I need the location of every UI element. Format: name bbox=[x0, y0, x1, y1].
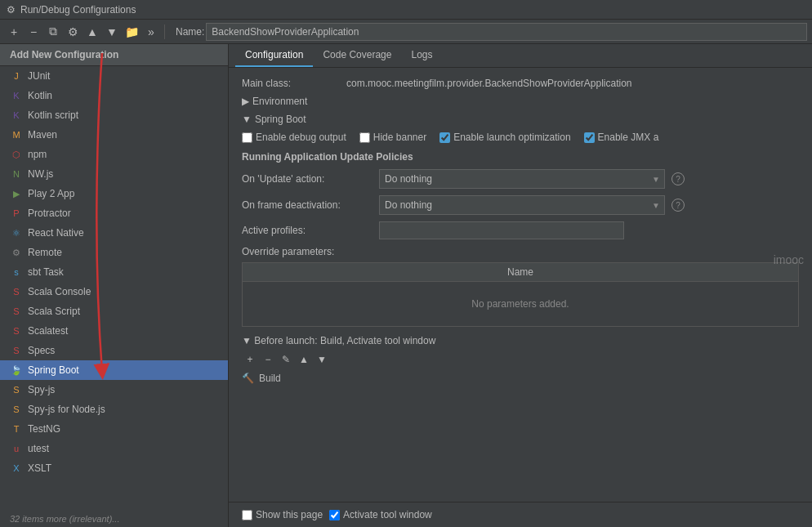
on-update-help[interactable]: ? bbox=[671, 172, 685, 185]
config-name-input[interactable] bbox=[206, 23, 807, 41]
move-up-button[interactable]: ▲ bbox=[83, 23, 101, 41]
more-button[interactable]: » bbox=[142, 23, 160, 41]
sidebar-item-scalatest[interactable]: S Scalatest bbox=[0, 321, 228, 341]
add-config-header: Add New Configuration bbox=[0, 44, 228, 66]
sidebar-item-nwjs[interactable]: N NW.js bbox=[0, 164, 228, 184]
sidebar-icon-react-native: ⚛ bbox=[10, 226, 23, 239]
before-launch-down[interactable]: ▼ bbox=[314, 351, 330, 368]
sidebar-icon-testng: T bbox=[10, 422, 23, 435]
before-launch-section: ▼ Before launch: Build, Activate tool wi… bbox=[242, 335, 799, 384]
checkbox-input-launch-optimization[interactable] bbox=[439, 132, 450, 143]
checkbox-enable-jmx[interactable]: Enable JMX a bbox=[584, 132, 659, 143]
toolbar: + − ⧉ ⚙ ▲ ▼ 📁 » Name: bbox=[0, 20, 812, 44]
bottom-bar: Show this page Activate tool window bbox=[229, 502, 812, 527]
before-launch-header[interactable]: ▼ Before launch: Build, Activate tool wi… bbox=[242, 335, 799, 346]
sidebar-item-utest[interactable]: u utest bbox=[0, 439, 228, 458]
toolbar-separator bbox=[164, 25, 165, 39]
sidebar-icon-kotlin: K bbox=[10, 89, 23, 102]
sidebar-item-specs[interactable]: S Specs bbox=[0, 341, 228, 360]
sidebar-item-protractor[interactable]: P Protractor bbox=[0, 203, 228, 223]
sidebar-item-play2[interactable]: ▶ Play 2 App bbox=[0, 184, 228, 203]
sidebar-more-items: 32 items more (irrelevant)... bbox=[0, 511, 228, 527]
title-bar: ⚙ Run/Debug Configurations bbox=[0, 0, 812, 20]
window-title: Run/Debug Configurations bbox=[20, 4, 136, 16]
sidebar-item-sbt-task[interactable]: s sbt Task bbox=[0, 262, 228, 282]
window-icon: ⚙ bbox=[7, 4, 16, 16]
spring-boot-section: ▼ Spring Boot Enable debug outputHide ba… bbox=[242, 114, 799, 327]
show-page-checkbox-label[interactable]: Show this page bbox=[242, 509, 323, 520]
sidebar-icon-scalatest: S bbox=[10, 324, 23, 337]
sidebar-label-react-native: React Native bbox=[28, 227, 84, 239]
before-launch-up[interactable]: ▲ bbox=[296, 351, 312, 368]
checkbox-hide-banner[interactable]: Hide banner bbox=[359, 132, 426, 143]
sidebar-item-npm[interactable]: ⬡ npm bbox=[0, 145, 228, 164]
sidebar-label-spy-js-node: Spy-js for Node.js bbox=[28, 404, 105, 415]
sidebar-item-testng[interactable]: T TestNG bbox=[0, 419, 228, 439]
add-config-button[interactable]: + bbox=[5, 23, 23, 41]
sidebar-item-kotlin-script[interactable]: K Kotlin script bbox=[0, 105, 228, 125]
sidebar-label-kotlin-script: Kotlin script bbox=[28, 109, 78, 121]
remove-config-button[interactable]: − bbox=[25, 23, 42, 41]
sidebar-icon-play2: ▶ bbox=[10, 187, 23, 200]
tab-configuration[interactable]: Configuration bbox=[235, 44, 313, 67]
sidebar-label-sbt-task: sbt Task bbox=[28, 266, 64, 278]
sidebar-label-protractor: Protractor bbox=[28, 208, 71, 219]
sidebar-item-spring-boot[interactable]: 🍃 Spring Boot bbox=[0, 360, 228, 380]
checkbox-debug-output[interactable]: Enable debug output bbox=[242, 132, 346, 143]
sidebar-item-maven[interactable]: M Maven bbox=[0, 125, 228, 145]
spring-boot-checkboxes: Enable debug outputHide bannerEnable lau… bbox=[242, 132, 799, 143]
activate-checkbox-label[interactable]: Activate tool window bbox=[329, 509, 432, 520]
params-empty-message: No parameters added. bbox=[243, 282, 799, 327]
checkbox-input-debug-output[interactable] bbox=[242, 132, 252, 143]
sidebar-item-junit[interactable]: J JUnit bbox=[0, 66, 228, 86]
on-frame-row: On frame deactivation: Do nothingUpdate … bbox=[242, 195, 799, 215]
environment-section[interactable]: ▶ Environment bbox=[242, 96, 799, 107]
right-panel: ConfigurationCode CoverageLogs Main clas… bbox=[229, 44, 812, 527]
running-policies-title: Running Application Update Policies bbox=[242, 151, 799, 163]
override-section: Override parameters: Name No parameters … bbox=[242, 246, 799, 327]
on-frame-select[interactable]: Do nothingUpdate classes and resourcesUp… bbox=[379, 195, 665, 215]
before-launch-remove[interactable]: − bbox=[260, 351, 276, 368]
sidebar-icon-remote: ⚙ bbox=[10, 246, 23, 259]
sidebar-item-spy-js-node[interactable]: S Spy-js for Node.js bbox=[0, 400, 228, 419]
environment-label: Environment bbox=[252, 96, 307, 107]
sidebar-icon-spring-boot: 🍃 bbox=[10, 364, 23, 377]
sidebar-item-kotlin[interactable]: K Kotlin bbox=[0, 86, 228, 105]
on-frame-label: On frame deactivation: bbox=[242, 199, 373, 211]
before-launch-edit[interactable]: ✎ bbox=[278, 351, 294, 368]
checkbox-launch-optimization[interactable]: Enable launch optimization bbox=[439, 132, 570, 143]
environment-arrow: ▶ bbox=[242, 96, 249, 107]
checkbox-input-hide-banner[interactable] bbox=[359, 132, 370, 143]
sidebar-item-scala-console[interactable]: S Scala Console bbox=[0, 282, 228, 301]
sidebar-item-spy-js[interactable]: S Spy-js bbox=[0, 380, 228, 400]
sidebar-item-react-native[interactable]: ⚛ React Native bbox=[0, 223, 228, 243]
tab-code-coverage[interactable]: Code Coverage bbox=[313, 44, 401, 67]
sidebar-label-specs: Specs bbox=[28, 345, 55, 356]
before-launch-add[interactable]: + bbox=[242, 351, 258, 368]
sidebar-label-utest: utest bbox=[28, 443, 49, 454]
before-launch-label: ▼ Before launch: Build, Activate tool wi… bbox=[242, 335, 435, 346]
active-profiles-input[interactable] bbox=[379, 221, 624, 239]
sidebar-item-remote[interactable]: ⚙ Remote bbox=[0, 243, 228, 262]
activate-checkbox[interactable] bbox=[329, 510, 340, 520]
panel-content: Main class: com.mooc.meetingfilm.provide… bbox=[229, 68, 812, 502]
checkbox-input-enable-jmx[interactable] bbox=[584, 132, 595, 143]
checkbox-label-enable-jmx: Enable JMX a bbox=[598, 132, 659, 143]
sidebar-icon-scala-console: S bbox=[10, 285, 23, 298]
before-launch-toolbar: + − ✎ ▲ ▼ bbox=[242, 351, 799, 368]
move-down-button[interactable]: ▼ bbox=[103, 23, 121, 41]
on-frame-help[interactable]: ? bbox=[671, 199, 685, 212]
spring-boot-header[interactable]: ▼ Spring Boot bbox=[242, 114, 799, 125]
sidebar-item-xslt[interactable]: X XSLT bbox=[0, 458, 228, 478]
override-params-label: Override parameters: bbox=[242, 246, 799, 257]
tab-logs[interactable]: Logs bbox=[401, 44, 442, 67]
sidebar-item-scala-script[interactable]: S Scala Script bbox=[0, 301, 228, 321]
on-update-select[interactable]: Do nothingUpdate classes and resourcesUp… bbox=[379, 169, 665, 189]
on-update-label: On 'Update' action: bbox=[242, 173, 373, 185]
watermark: imooc bbox=[774, 253, 804, 266]
main-class-row: Main class: com.mooc.meetingfilm.provide… bbox=[242, 78, 799, 89]
copy-config-button[interactable]: ⧉ bbox=[44, 23, 62, 41]
folder-button[interactable]: 📁 bbox=[123, 23, 141, 41]
show-page-checkbox[interactable] bbox=[242, 510, 252, 520]
settings-button[interactable]: ⚙ bbox=[64, 23, 82, 41]
